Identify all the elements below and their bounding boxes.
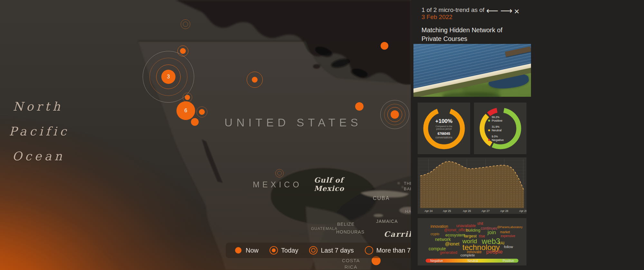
x-tick-label: Apr 24 bbox=[424, 209, 432, 213]
marker-dot: 3 bbox=[161, 70, 175, 84]
next-trend-button[interactable]: ⟶ bbox=[500, 6, 512, 15]
label-cuba: CUBA bbox=[373, 195, 390, 201]
sentiment-donut-card: 59.2%Positive 31.9%Neutral 9.0%Negative bbox=[474, 103, 526, 154]
label-north-pacific-ocean: North Pacific Ocean bbox=[13, 94, 69, 169]
marker-dot bbox=[191, 118, 199, 126]
trend-detail-panel: 1 of 2 micro-trend as of 3 Feb 2022 ⟵ ⟶ … bbox=[411, 0, 644, 270]
marker-dot bbox=[252, 77, 258, 83]
marker-dot bbox=[180, 48, 186, 54]
x-tick-label: Apr 28 bbox=[500, 209, 508, 213]
legend-item-today: Today bbox=[270, 246, 298, 255]
volume-donut-chart bbox=[421, 105, 468, 152]
legend-label: Last 7 days bbox=[321, 247, 354, 254]
label-honduras: HONDURAS bbox=[336, 229, 365, 235]
cloud-word: expensive bbox=[501, 235, 515, 238]
marker-dot bbox=[391, 110, 399, 119]
close-panel-button[interactable]: ✕ bbox=[514, 7, 520, 16]
x-tick-label: Apr 26 bbox=[463, 209, 471, 213]
marker-dot bbox=[199, 109, 205, 115]
marker-dot: 6 bbox=[176, 101, 195, 120]
cloud-word: network bbox=[435, 237, 451, 242]
ring-icon bbox=[365, 246, 373, 255]
legend-item-now: Now bbox=[234, 246, 259, 255]
legend-item-last-7-days: Last 7 days bbox=[309, 246, 354, 255]
x-tick-label: Apr 29 bbox=[519, 209, 526, 213]
sentiment-scale-bar: Negative Neutral Positive bbox=[426, 259, 518, 263]
marker-dot bbox=[185, 95, 190, 100]
label-mexico: MEXICO bbox=[253, 180, 302, 189]
legend-label: Now bbox=[246, 247, 259, 254]
app-root: North Pacific Ocean UNITED STATES MEXICO… bbox=[0, 0, 644, 270]
marker-ring bbox=[181, 19, 190, 29]
area-chart: Apr 24Apr 25Apr 26Apr 27Apr 28Apr 29 bbox=[418, 157, 526, 214]
cloud-word: crypto bbox=[431, 233, 439, 236]
marker-ring bbox=[275, 169, 284, 177]
label-gulf-of-mexico: Gulf ofMexico bbox=[314, 176, 344, 193]
marker-dot bbox=[355, 102, 364, 111]
cloud-word: join bbox=[488, 230, 496, 235]
x-tick-label: Apr 27 bbox=[481, 209, 489, 213]
volume-donut-card: +100% Compared to the previous period 67… bbox=[418, 103, 470, 154]
now-dot-icon bbox=[234, 246, 242, 255]
cloud-word: follow bbox=[504, 245, 513, 249]
sentiment-donut-chart bbox=[477, 105, 524, 152]
cloud-word: unavailable bbox=[456, 224, 476, 228]
trend-photo-golf-course bbox=[413, 44, 531, 97]
label-guatemala: GUATEMALA bbox=[311, 226, 337, 231]
cloud-word: shit bbox=[477, 222, 483, 225]
volume-trend-card: Apr 24Apr 25Apr 26Apr 27Apr 28Apr 29 bbox=[418, 157, 526, 214]
cloud-word: building bbox=[466, 228, 480, 232]
today-dot-ring-icon bbox=[270, 246, 278, 255]
double-ring-icon bbox=[309, 246, 317, 255]
label-costa-rica: COSTARICA bbox=[342, 257, 360, 270]
map-time-legend: Now Today Last 7 days More than 7 days a… bbox=[226, 243, 419, 258]
cloud-word: @ionet bbox=[445, 242, 459, 246]
pagination-text: 1 of 2 micro-trend as of bbox=[421, 6, 484, 14]
cloud-word: @ionet_official bbox=[444, 228, 469, 232]
label-belize: BELIZE bbox=[337, 222, 355, 227]
scale-negative-label: Negative bbox=[430, 259, 443, 263]
trend-title: Matching Hidden Network of Private Cours… bbox=[421, 26, 521, 43]
x-tick-label: Apr 25 bbox=[443, 209, 451, 213]
scale-neutral-label: Neutral bbox=[468, 259, 478, 263]
cloud-word: generated bbox=[440, 251, 457, 255]
marker-dot bbox=[381, 42, 388, 50]
cloud-word: complete bbox=[460, 254, 475, 257]
cloud-word: people bbox=[486, 249, 503, 255]
scale-positive-label: Positive bbox=[503, 259, 514, 263]
trend-date: 3 Feb 2022 bbox=[421, 14, 452, 21]
cloud-word: @ParamLaboratory bbox=[497, 226, 523, 229]
cloud-word: market bbox=[500, 231, 510, 234]
label-jamaica: JAMAICA bbox=[376, 219, 398, 224]
wordcloud-card: Negative Neutral Positive innovationunav… bbox=[418, 218, 526, 265]
previous-trend-button[interactable]: ⟵ bbox=[486, 6, 498, 15]
legend-label: Today bbox=[281, 247, 298, 254]
label-united-states: UNITED STATES bbox=[224, 116, 362, 129]
